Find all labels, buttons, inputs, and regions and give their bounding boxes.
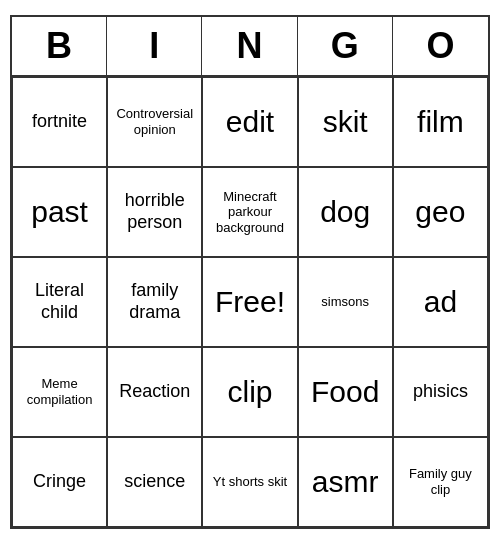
cell-0-text: fortnite <box>32 111 87 133</box>
cell-5: past <box>12 167 107 257</box>
cell-0: fortnite <box>12 77 107 167</box>
cell-11-text: family drama <box>114 280 195 323</box>
header-g: G <box>298 17 393 75</box>
cell-9-text: geo <box>415 194 465 230</box>
cell-2-text: edit <box>226 104 274 140</box>
cell-23-text: asmr <box>312 464 379 500</box>
cell-16: Reaction <box>107 347 202 437</box>
bingo-card: B I N G O fortnite Controversial opinion… <box>10 15 490 529</box>
cell-13: simsons <box>298 257 393 347</box>
cell-15-text: Meme compilation <box>19 376 100 407</box>
cell-10: Literal child <box>12 257 107 347</box>
cell-24: Family guy clip <box>393 437 488 527</box>
cell-24-text: Family guy clip <box>400 466 481 497</box>
header-i: I <box>107 17 202 75</box>
cell-6-text: horrible person <box>114 190 195 233</box>
cell-4-text: film <box>417 104 464 140</box>
cell-22-text: Yt shorts skit <box>213 474 287 490</box>
cell-11: family drama <box>107 257 202 347</box>
cell-19: phisics <box>393 347 488 437</box>
cell-4: film <box>393 77 488 167</box>
header-o: O <box>393 17 488 75</box>
cell-19-text: phisics <box>413 381 468 403</box>
cell-3: skit <box>298 77 393 167</box>
cell-17-text: clip <box>227 374 272 410</box>
header-n: N <box>202 17 297 75</box>
cell-7-text: Minecraft parkour background <box>209 189 290 236</box>
cell-18: Food <box>298 347 393 437</box>
cell-23: asmr <box>298 437 393 527</box>
cell-2: edit <box>202 77 297 167</box>
cell-3-text: skit <box>323 104 368 140</box>
cell-10-text: Literal child <box>19 280 100 323</box>
cell-7: Minecraft parkour background <box>202 167 297 257</box>
cell-21-text: science <box>124 471 185 493</box>
cell-16-text: Reaction <box>119 381 190 403</box>
cell-12: Free! <box>202 257 297 347</box>
cell-22: Yt shorts skit <box>202 437 297 527</box>
cell-18-text: Food <box>311 374 379 410</box>
cell-17: clip <box>202 347 297 437</box>
header-b: B <box>12 17 107 75</box>
cell-14: ad <box>393 257 488 347</box>
cell-12-text: Free! <box>215 284 285 320</box>
bingo-header: B I N G O <box>12 17 488 77</box>
cell-6: horrible person <box>107 167 202 257</box>
cell-20: Cringe <box>12 437 107 527</box>
cell-8: dog <box>298 167 393 257</box>
cell-8-text: dog <box>320 194 370 230</box>
cell-13-text: simsons <box>321 294 369 310</box>
cell-21: science <box>107 437 202 527</box>
cell-15: Meme compilation <box>12 347 107 437</box>
cell-5-text: past <box>31 194 88 230</box>
cell-14-text: ad <box>424 284 457 320</box>
bingo-grid: fortnite Controversial opinion edit skit… <box>12 77 488 527</box>
cell-1-text: Controversial opinion <box>114 106 195 137</box>
cell-20-text: Cringe <box>33 471 86 493</box>
cell-1: Controversial opinion <box>107 77 202 167</box>
cell-9: geo <box>393 167 488 257</box>
